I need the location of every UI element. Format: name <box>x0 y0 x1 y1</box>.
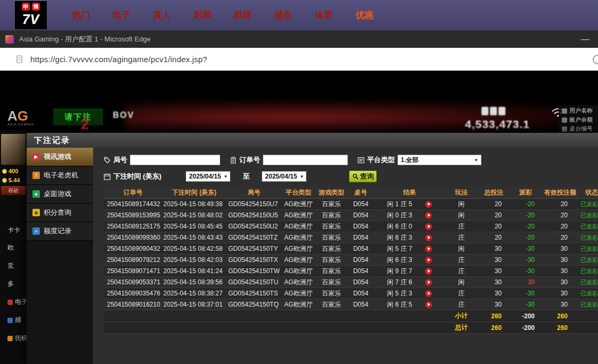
sidebar-fragment[interactable]: 竞 <box>7 261 14 270</box>
ag-logo-subtitle: ASIA GAMING <box>7 123 34 126</box>
cell-round-id: GD054254150U7 <box>226 199 282 209</box>
replay-button[interactable] <box>425 301 432 308</box>
top-nav-item-7[interactable]: 体育 <box>315 9 333 21</box>
col-header-result: 结果 <box>373 187 445 198</box>
user-panel-label: 用户名称 <box>569 107 593 115</box>
col-header-status: 状态 <box>579 187 598 198</box>
col-header-valid-bet: 有效投注额 <box>541 187 579 198</box>
replay-button[interactable] <box>425 257 432 264</box>
sidebar-fragment[interactable]: 捕 <box>7 316 21 325</box>
cell-payout: -20 <box>510 199 541 209</box>
sidebar-fragment[interactable]: 电子 <box>7 298 28 307</box>
replay-button[interactable] <box>425 268 432 275</box>
replay-button[interactable] <box>425 279 432 286</box>
top-nav-item-1[interactable]: 热门 <box>72 9 90 21</box>
replay-button[interactable] <box>425 234 432 241</box>
tab-slot-machines[interactable]: 7电子老虎机 <box>27 166 93 185</box>
top-nav-item-5[interactable]: 棋牌 <box>234 9 252 21</box>
cell-round-id: GD054254150U5 <box>226 210 282 221</box>
cell-bet-time: 2025-04-15 08:38:27 <box>162 288 226 299</box>
tab-label: 视讯游戏 <box>44 152 71 162</box>
platform-select[interactable]: 1.全部 ▼ <box>397 155 481 165</box>
top-nav: 申 博 7V 热门电子真人彩票棋牌捕鱼体育优惠 <box>0 0 598 30</box>
tab-points-query[interactable]: ◆积分查询 <box>27 204 93 222</box>
order-id-input[interactable] <box>263 155 348 165</box>
top-nav-item-3[interactable]: 真人 <box>153 9 171 21</box>
round-id-input[interactable] <box>130 155 220 165</box>
cell-valid-bet: 20 <box>541 210 579 221</box>
cell-table-no: D054 <box>348 232 373 243</box>
col-header-platform-type: 平台类型 <box>282 187 315 198</box>
cell-payout: -30 <box>510 255 541 265</box>
tab-quota-records[interactable]: ≡额度记录 <box>27 222 93 241</box>
cell-result: 闲 7 庄 6 <box>373 277 445 287</box>
date-to-select[interactable]: 2025/04/15 ▼ <box>262 171 306 182</box>
cell-status: 已派彩 <box>579 210 598 221</box>
result-text: 闲 9 庄 7 <box>387 267 412 276</box>
site-logo[interactable]: 申 博 7V <box>15 1 47 29</box>
sidebar-fragment[interactable]: 欧 <box>7 243 14 252</box>
url-text[interactable]: https://gci.7vvvvv.com/agingame/pcv1/ind… <box>30 55 207 64</box>
cell-total-bet: 20 <box>477 210 510 221</box>
platform-select-value: 1.全部 <box>401 156 419 165</box>
ledger-icon: ≡ <box>32 227 40 235</box>
cell-valid-bet: 20 <box>541 221 579 232</box>
tab-table-games[interactable]: ♠桌面游戏 <box>27 185 93 204</box>
date-from-select[interactable]: 2025/04/15 ▼ <box>186 171 230 182</box>
cell-total-bet: 30 <box>477 277 510 287</box>
avatar <box>1 134 26 165</box>
replay-button[interactable] <box>425 246 432 252</box>
cell-valid-bet: 30 <box>541 277 579 287</box>
total-total-bet: 260 <box>477 322 510 333</box>
subtotal-payout: -200 <box>510 310 541 321</box>
sidebar-fragment[interactable]: 卡卡 <box>7 226 20 235</box>
cell-round-id: GD054254150TU <box>226 277 282 287</box>
ag-logo-g: G <box>18 108 28 124</box>
diamond-icon: ◆ <box>32 209 40 216</box>
sidebar-fragment[interactable]: 多 <box>7 280 14 289</box>
left-sidebar-strip: 4005.44存款卡卡欧竞多电子捕街机 <box>0 130 27 364</box>
sidebar-fragment[interactable]: 街机 <box>7 334 28 343</box>
cell-platform-type: AG欧洲厅 <box>282 299 315 310</box>
replay-button[interactable] <box>425 201 432 208</box>
tab-label: 桌面游戏 <box>44 189 71 199</box>
cell-play-type: 闲 <box>445 277 477 287</box>
profile-icon[interactable] <box>593 55 598 64</box>
result-text: 闲 1 庄 5 <box>387 200 412 209</box>
user-panel-label: 桌台编号 <box>569 125 593 133</box>
sum-cell <box>348 310 373 321</box>
cell-result: 闲 6 庄 3 <box>373 255 445 265</box>
table-number-icon <box>562 126 567 132</box>
cell-round-id: GD054254150TZ <box>226 232 282 243</box>
subtotal-total-bet: 260 <box>477 310 510 321</box>
top-nav-item-4[interactable]: 彩票 <box>194 9 212 21</box>
replay-button[interactable] <box>425 223 432 230</box>
replay-button[interactable] <box>425 212 432 219</box>
cell-total-bet: 30 <box>477 243 510 254</box>
cell-round-id: GD054254150TS <box>226 288 282 299</box>
cell-table-no: D054 <box>348 255 373 265</box>
cell-table-no: D054 <box>348 243 373 254</box>
chevron-down-icon: ▼ <box>221 174 230 179</box>
cell-play-type: 庄 <box>445 232 477 243</box>
cell-order-id: 250415089035476 <box>104 288 162 299</box>
cell-play-type: 闲 <box>445 243 477 254</box>
search-button[interactable]: 查询 <box>349 171 377 182</box>
table-row: 2504150891251752025-04-15 08:45:45GD0542… <box>104 221 598 232</box>
sum-cell <box>315 310 348 321</box>
cell-platform-type: AG欧洲厅 <box>282 255 315 265</box>
minimize-button[interactable]: — <box>581 35 589 44</box>
deposit-button[interactable]: 存款 <box>1 186 26 195</box>
top-nav-item-8[interactable]: 优惠 <box>355 9 373 21</box>
replay-button[interactable] <box>425 290 432 297</box>
tab-video-games[interactable]: ▶视讯游戏 <box>27 148 93 166</box>
total-label: 总计 <box>445 322 477 333</box>
round-id-label: 局号 <box>113 155 127 165</box>
cell-platform-type: AG欧洲厅 <box>282 210 315 221</box>
cell-status: 已派彩 <box>579 255 598 265</box>
logo-text: 7V <box>22 11 40 28</box>
top-nav-item-2[interactable]: 电子 <box>113 9 131 21</box>
modal-main: 局号 订单号 <box>93 148 598 364</box>
top-nav-item-6[interactable]: 捕鱼 <box>275 9 293 21</box>
calendar-icon <box>104 173 111 180</box>
